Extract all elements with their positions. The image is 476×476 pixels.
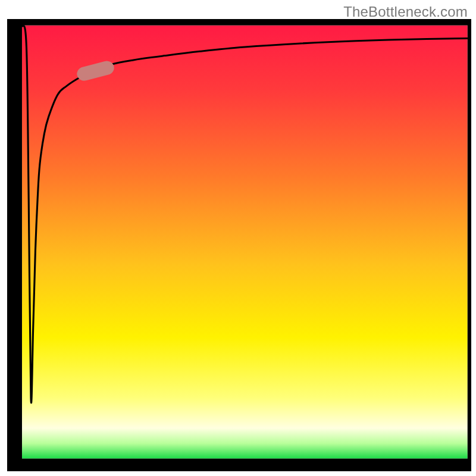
frame-right: [468, 19, 471, 471]
axis-left: [7, 19, 22, 471]
watermark-text: TheBottleneck.com: [343, 4, 468, 20]
chart-container: TheBottleneck.com: [0, 0, 476, 476]
plot-area: [7, 19, 471, 471]
gradient-fill: [22, 26, 468, 459]
chart-svg: [7, 19, 471, 471]
axis-bottom: [7, 459, 471, 471]
